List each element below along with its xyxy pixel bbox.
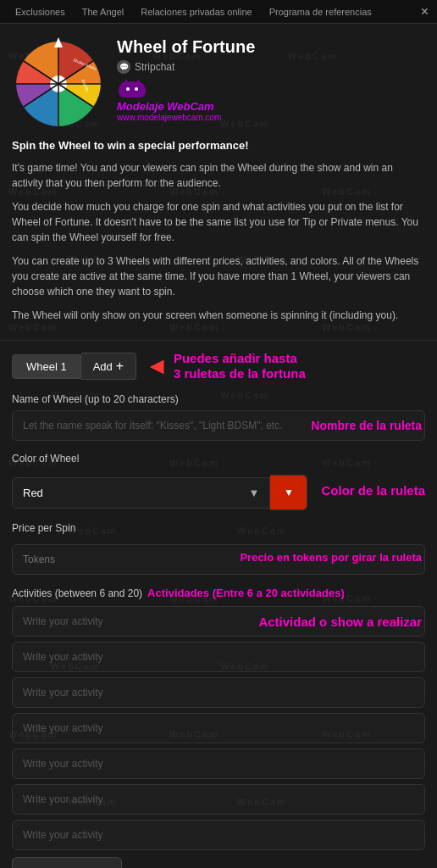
desc-para-1: It's game time! You and your viewers can…	[12, 160, 425, 191]
stripchat-icon: 💬	[117, 60, 130, 74]
activity-row-1	[12, 642, 425, 672]
add-activities-button[interactable]: + Add Activities	[12, 857, 122, 868]
stripchat-badge: 💬 Stripchat	[117, 60, 425, 74]
main-content: Shake boobs Activity Wheel of Fortune 💬 …	[0, 24, 437, 868]
description-section: Spin the Wheel to win a special performa…	[0, 139, 437, 341]
activity-row-6	[12, 820, 425, 850]
stripchat-label: Stripchat	[135, 61, 174, 73]
color-select[interactable]: Red ▼	[12, 477, 270, 509]
top-bar: Exclusiones The Angel Relaciones privada…	[0, 0, 437, 24]
activities-header: Activities (between 6 and 20) Actividade…	[12, 587, 425, 599]
spin-title: Spin the Wheel to win a special performa…	[12, 139, 425, 152]
close-icon[interactable]: ×	[421, 4, 429, 19]
color-select-row: Red ▼ ▼	[12, 475, 307, 510]
activity-input-1[interactable]	[12, 642, 425, 672]
activities-annotation: Actividades (Entre 6 a 20 actividades)	[147, 587, 345, 599]
activity-row-3	[12, 713, 425, 743]
tab-programa[interactable]: Programa de referencias	[263, 7, 379, 17]
add-annotation-text: Puedes añadir hasta3 ruletas de la fortu…	[174, 351, 306, 381]
wheel-tabs: Wheel 1 Add + ◄ Puedes añadir hasta3 rul…	[12, 351, 425, 381]
add-activities-row: + Add Activities Añadir actividad	[12, 857, 425, 868]
modelaje-logo-text: Modelaje WebCam	[117, 101, 425, 113]
activity-row-2	[12, 677, 425, 708]
activity-input-4[interactable]	[12, 748, 425, 779]
add-wheel-label: Add	[93, 360, 113, 373]
activity-row-5	[12, 784, 425, 815]
wheel-image: Shake boobs Activity	[12, 37, 105, 131]
color-field-row: Red ▼ ▼ Color de la ruleta	[12, 470, 425, 510]
modelaje-logo-header: Modelaje WebCam www.modelajewebcam.com	[117, 77, 425, 122]
header-text: Wheel of Fortune 💬 Stripchat Modelaje We…	[117, 37, 425, 122]
name-field-wrapper: Nombre de la ruleta	[12, 410, 425, 441]
arrow-annotation: ◄ Puedes añadir hasta3 ruletas de la for…	[145, 351, 306, 381]
desc-para-4: The Wheel will only show on your screen …	[12, 308, 425, 323]
add-wheel-button[interactable]: Add +	[81, 353, 136, 380]
tab-angel[interactable]: The Angel	[75, 7, 131, 17]
tab-relaciones[interactable]: Relaciones privadas online	[134, 7, 258, 17]
chevron-down-icon: ▼	[249, 487, 260, 499]
red-arrow-icon: ◄	[145, 353, 169, 380]
activity-input-5[interactable]	[12, 784, 425, 815]
activity-row-0: Actividad o show a realizar	[12, 606, 425, 637]
activity-row-annotation: Actividad o show a realizar	[258, 615, 422, 629]
desc-para-2: You decide how much you charge for one s…	[12, 199, 425, 245]
activity-row-4	[12, 748, 425, 779]
page-title: Wheel of Fortune	[117, 37, 425, 57]
svg-point-13	[126, 87, 130, 91]
price-annotation-text: Precio en tokens por girar la ruleta	[240, 551, 422, 564]
form-section: Wheel 1 Add + ◄ Puedes añadir hasta3 rul…	[0, 341, 437, 868]
color-swatch[interactable]: ▼	[270, 475, 307, 510]
price-field-label: Price per Spin	[12, 522, 425, 534]
color-field-label: Color of Wheel	[12, 453, 425, 465]
tab-exclusiones[interactable]: Exclusiones	[8, 7, 72, 17]
desc-para-3: You can create up to 3 Wheels with diffe…	[12, 253, 425, 299]
top-bar-tabs: Exclusiones The Angel Relaciones privada…	[8, 7, 379, 17]
add-plus-icon: +	[116, 359, 124, 374]
activity-input-3[interactable]	[12, 713, 425, 743]
name-field-label: Name of Wheel (up to 20 characters)	[12, 393, 425, 405]
svg-point-14	[135, 87, 138, 91]
swatch-chevron-icon: ▼	[284, 487, 294, 498]
activity-input-6[interactable]	[12, 820, 425, 850]
modelaje-url-text: www.modelajewebcam.com	[117, 113, 425, 122]
activities-label: Activities (between 6 and 20)	[12, 587, 142, 599]
color-selected-value: Red	[23, 487, 43, 499]
price-field-wrapper: Precio en tokens por girar la ruleta	[12, 539, 425, 575]
activity-input-2[interactable]	[12, 677, 425, 708]
color-annotation-text: Color de la ruleta	[321, 483, 425, 498]
header-section: Shake boobs Activity Wheel of Fortune 💬 …	[0, 24, 437, 139]
name-field-annotation: Nombre de la ruleta	[311, 419, 422, 432]
wheel-tab-1[interactable]: Wheel 1	[12, 354, 81, 379]
